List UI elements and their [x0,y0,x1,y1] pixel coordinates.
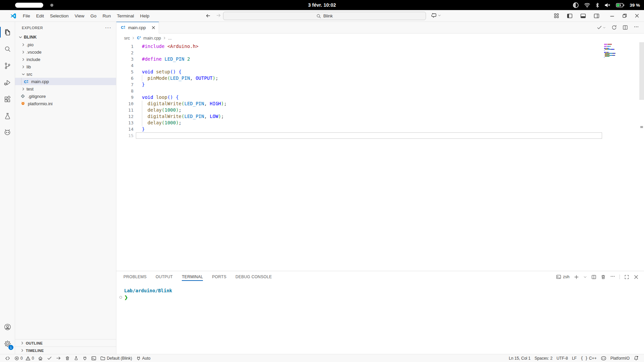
shell-selector[interactable]: zsh [556,275,570,279]
menu-run[interactable]: Run [100,12,114,19]
menu-edit[interactable]: Edit [33,12,47,19]
sidebar-section-timeline[interactable]: TIMELINE [15,347,116,354]
system-tray[interactable]: 39 % [573,0,640,10]
notifications-bell-icon[interactable] [632,355,641,362]
panel-tab-debug-console[interactable]: DEBUG CONSOLE [235,271,272,283]
customize-layout-icon[interactable] [554,13,559,18]
battery-icon[interactable] [616,3,625,8]
command-decoration-icon[interactable] [119,296,122,299]
sidebar-more-actions-icon[interactable]: ··· [105,26,111,29]
tree-root-blink[interactable]: BLINK [15,34,116,41]
pio-upload-icon[interactable] [54,355,63,362]
breadcrumb-folder[interactable]: src [124,36,130,41]
menu-selection[interactable]: Selection [47,12,72,19]
activity-extensions[interactable] [0,91,15,108]
system-clock[interactable]: 3 févr. 10:02 [0,0,644,10]
panel-more-actions-icon[interactable] [610,274,615,280]
refresh-icon[interactable] [611,25,617,30]
settings-gear-icon[interactable]: 1 [0,335,15,352]
language-mode[interactable]: { } C++ [579,355,598,362]
code-line[interactable]: 12 digitalWrite(LED_PIN, LOW); [116,113,644,120]
panel-tab-ports[interactable]: PORTS [212,271,226,283]
pio-serial-monitor-icon[interactable] [80,355,89,362]
tree-folder-lib[interactable]: lib [15,63,116,70]
code-line[interactable]: 14} [116,126,644,132]
terminal-dropdown-icon[interactable] [583,275,587,279]
menu-terminal[interactable]: Terminal [114,12,137,19]
code-line[interactable]: 15 [116,132,644,139]
pio-build-icon[interactable] [45,355,54,362]
code-line[interactable]: 8 [116,88,644,94]
chevron-down-icon[interactable] [438,14,441,17]
window-restore-icon[interactable] [622,13,627,18]
activity-explorer[interactable] [0,24,15,41]
dark-mode-moon-icon[interactable] [573,2,579,8]
activity-source-control[interactable] [0,57,15,74]
nav-back-icon[interactable] [205,13,211,18]
problems-indicator[interactable]: 0 0 [12,355,36,362]
breadcrumb-symbol[interactable]: ... [168,36,172,41]
code-line[interactable]: 1#include <Arduino.h> [116,43,644,50]
panel-tab-output[interactable]: OUTPUT [156,271,173,283]
toggle-secondary-sidebar-icon[interactable] [594,13,599,18]
tree-folder-include[interactable]: include [15,56,116,63]
code-line[interactable]: 10 digitalWrite(LED_PIN, HIGH); [116,101,644,107]
menu-file[interactable]: File [20,12,33,19]
panel-tab-problems[interactable]: PROBLEMS [123,271,147,283]
code-line[interactable]: 5void setup() { [116,69,644,75]
indentation[interactable]: Spaces: 2 [533,355,554,362]
platformio-status[interactable]: PlatformIO [608,355,632,362]
run-tasks-icon[interactable] [597,25,606,30]
panel-tab-terminal[interactable]: TERMINAL [182,271,203,283]
wifi-icon[interactable] [584,2,590,8]
tab-close-icon[interactable] [151,25,156,30]
activity-platformio[interactable] [0,124,15,141]
cursor-position[interactable]: Ln 15, Col 1 [507,355,533,362]
code-line[interactable]: 3#define LED_PIN 2 [116,56,644,62]
pio-test-icon[interactable] [72,355,80,362]
window-minimize-icon[interactable] [610,13,614,18]
tree-file-gitignore[interactable]: .gitignore [15,93,116,100]
menu-view[interactable]: View [72,12,88,19]
pio-home-icon[interactable] [36,355,45,362]
accounts-icon[interactable] [0,318,15,335]
activity-search[interactable] [0,41,15,57]
nav-forward-icon[interactable] [216,13,221,19]
split-terminal-icon[interactable] [591,275,596,280]
tab-main-cpp[interactable]: C main.cpp [116,22,159,34]
tree-file-platformio-ini[interactable]: platformio.ini [15,100,116,107]
eol-sequence[interactable]: LF [570,355,579,362]
tree-folder-pio[interactable]: .pio [15,41,116,48]
pio-clean-icon[interactable] [63,355,72,362]
code-editor[interactable]: 1#include <Arduino.h>23#define LED_PIN 2… [116,42,644,271]
encoding[interactable]: UTF-8 [554,355,570,362]
code-line[interactable]: 11 delay(1000); [116,107,644,113]
toggle-panel-icon[interactable] [580,13,586,18]
code-line[interactable]: 7} [116,81,644,88]
minimap[interactable] [602,44,639,59]
more-actions-icon[interactable] [634,24,639,31]
breadcrumb-file[interactable]: main.cpp [143,36,161,41]
pio-env-switcher[interactable]: Default (Blink) [98,355,134,362]
kill-terminal-icon[interactable] [601,275,606,280]
terminal-content[interactable]: Lab/arduino/Blink ❯ [116,283,644,354]
code-line[interactable]: 6 pinMode(LED_PIN, OUTPUT); [116,75,644,81]
code-line[interactable]: 13 delay(1000); [116,120,644,126]
tree-file-main-cpp[interactable]: C main.cpp [15,78,116,85]
menu-help[interactable]: Help [137,12,152,19]
tree-folder-test[interactable]: test [15,85,116,93]
split-editor-icon[interactable] [623,25,628,30]
command-center-search[interactable]: Blink [223,12,426,20]
new-terminal-icon[interactable] [574,275,579,280]
close-panel-icon[interactable] [634,275,639,280]
menu-go[interactable]: Go [88,12,100,19]
tree-folder-vscode[interactable]: .vscode [15,48,116,56]
code-line[interactable]: 4 [116,62,644,69]
pio-new-terminal-icon[interactable] [89,355,98,362]
maximize-panel-icon[interactable] [624,275,629,280]
code-line[interactable]: 9void loop() { [116,94,644,101]
window-close-icon[interactable] [635,13,639,18]
toggle-primary-sidebar-icon[interactable] [567,13,573,18]
activity-run-debug[interactable] [0,74,15,91]
copilot-chat-icon[interactable] [431,12,437,18]
